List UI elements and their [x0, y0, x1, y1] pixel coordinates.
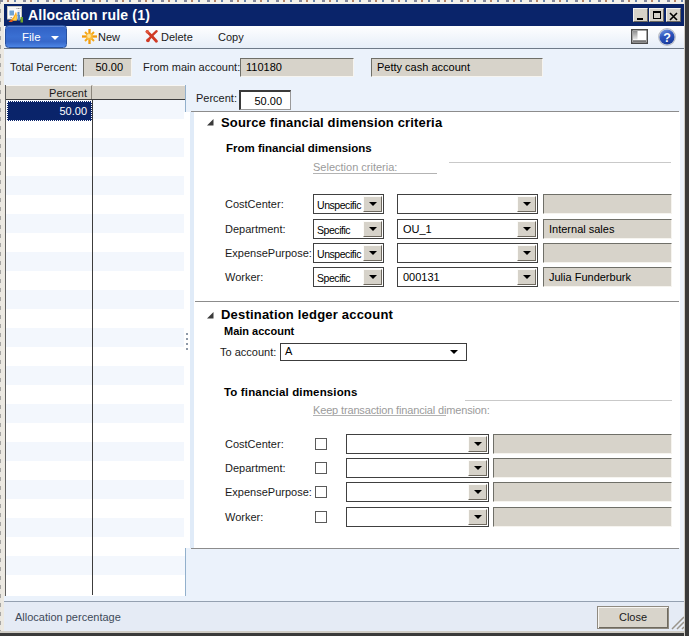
- svg-text:?: ?: [663, 31, 671, 45]
